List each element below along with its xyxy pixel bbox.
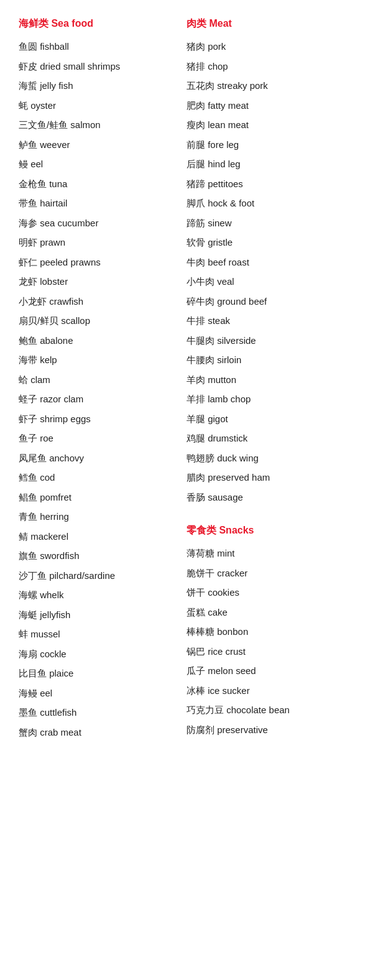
list-item: 棒棒糖 bonbon xyxy=(186,622,348,642)
meat-header: 肉类 Meat xyxy=(186,15,348,32)
seafood-header: 海鲜类 Sea food xyxy=(19,15,180,32)
list-item: 肥肉 fatty meat xyxy=(186,96,348,116)
list-item: 牛排 steak xyxy=(186,311,348,331)
list-item: 瓜子 melon seed xyxy=(186,661,348,681)
list-item: 蛤 clam xyxy=(19,370,180,390)
list-item: 羊排 lamb chop xyxy=(186,389,348,409)
list-item: 前腿 fore leg xyxy=(186,135,348,155)
list-item: 脚爪 hock & foot xyxy=(186,193,348,213)
list-item: 猪排 chop xyxy=(186,57,348,76)
seafood-column: 海鲜类 Sea food 鱼圆 fishball虾皮 dried small s… xyxy=(19,12,186,742)
list-item: 鸡腿 drumstick xyxy=(186,428,348,448)
list-item: 软骨 gristle xyxy=(186,233,348,252)
list-item: 扇贝/鲜贝 scallop xyxy=(19,311,180,331)
list-item: 鲈鱼 weever xyxy=(19,135,180,155)
list-item: 羊腿 gigot xyxy=(186,409,348,429)
list-item: 海带 kelp xyxy=(19,350,180,370)
list-item: 鳕鱼 cod xyxy=(19,468,180,488)
list-item: 虾仁 peeled prawns xyxy=(19,252,180,272)
list-item: 牛腰肉 sirloin xyxy=(186,350,348,370)
list-item: 牛肉 beef roast xyxy=(186,252,348,272)
list-item: 海扇 cockle xyxy=(19,644,180,664)
list-item: 防腐剂 preservative xyxy=(186,720,348,740)
list-item: 冰棒 ice sucker xyxy=(186,681,348,701)
snacks-header: 零食类 Snacks xyxy=(186,522,348,539)
list-item: 鳗 eel xyxy=(19,154,180,174)
list-item: 龙虾 lobster xyxy=(19,272,180,292)
list-item: 饼干 cookies xyxy=(186,583,348,603)
list-item: 锅巴 rice crust xyxy=(186,642,348,662)
list-item: 金枪鱼 tuna xyxy=(19,174,180,194)
list-item: 蟹肉 crab meat xyxy=(19,723,180,742)
list-item: 青鱼 herring xyxy=(19,507,180,527)
meat-snacks-column: 肉类 Meat 猪肉 pork猪排 chop五花肉 streaky pork肥肉… xyxy=(186,12,354,742)
list-item: 明虾 prawn xyxy=(19,233,180,252)
list-item: 巧克力豆 chocolate bean xyxy=(186,700,348,720)
list-item: 海蜓 jellyfish xyxy=(19,605,180,625)
list-item: 凤尾鱼 anchovy xyxy=(19,448,180,468)
list-item: 羊肉 mutton xyxy=(186,370,348,390)
list-item: 海鳗 eel xyxy=(19,683,180,703)
list-item: 鱼子 roe xyxy=(19,428,180,448)
list-item: 牛腿肉 silverside xyxy=(186,331,348,351)
list-item: 鸭翅膀 duck wing xyxy=(186,448,348,468)
list-item: 带鱼 hairtail xyxy=(19,193,180,213)
list-item: 比目鱼 plaice xyxy=(19,663,180,683)
list-item: 鲳鱼 pomfret xyxy=(19,488,180,507)
list-item: 香肠 sausage xyxy=(186,488,348,507)
list-item: 旗鱼 swordfish xyxy=(19,546,180,566)
list-item: 鲭 mackerel xyxy=(19,527,180,547)
list-item: 脆饼干 cracker xyxy=(186,563,348,583)
list-item: 碎牛肉 ground beef xyxy=(186,292,348,312)
list-item: 五花肉 streaky pork xyxy=(186,76,348,96)
list-item: 蛏子 razor clam xyxy=(19,389,180,409)
list-item: 墨鱼 cuttlefish xyxy=(19,703,180,723)
list-item: 小龙虾 crawfish xyxy=(19,292,180,312)
list-item: 蚌 mussel xyxy=(19,624,180,644)
list-item: 蛋糕 cake xyxy=(186,603,348,622)
list-item: 鲍鱼 abalone xyxy=(19,331,180,351)
list-item: 虾子 shrimp eggs xyxy=(19,409,180,429)
list-item: 海蜇 jelly fish xyxy=(19,76,180,96)
list-item: 小牛肉 veal xyxy=(186,272,348,292)
list-item: 鱼圆 fishball xyxy=(19,37,180,57)
list-item: 三文鱼/鲑鱼 salmon xyxy=(19,115,180,135)
list-item: 猪肉 pork xyxy=(186,37,348,57)
list-item: 蹄筋 sinew xyxy=(186,213,348,233)
list-item: 蚝 oyster xyxy=(19,96,180,116)
list-item: 腊肉 preserved ham xyxy=(186,468,348,488)
list-item: 海参 sea cucumber xyxy=(19,213,180,233)
list-item: 虾皮 dried small shrimps xyxy=(19,57,180,76)
list-item: 后腿 hind leg xyxy=(186,154,348,174)
list-item: 猪蹄 pettitoes xyxy=(186,174,348,194)
list-item: 沙丁鱼 pilchard/sardine xyxy=(19,566,180,586)
list-item: 瘦肉 lean meat xyxy=(186,115,348,135)
list-item: 海螺 whelk xyxy=(19,585,180,605)
list-item: 薄荷糖 mint xyxy=(186,543,348,563)
